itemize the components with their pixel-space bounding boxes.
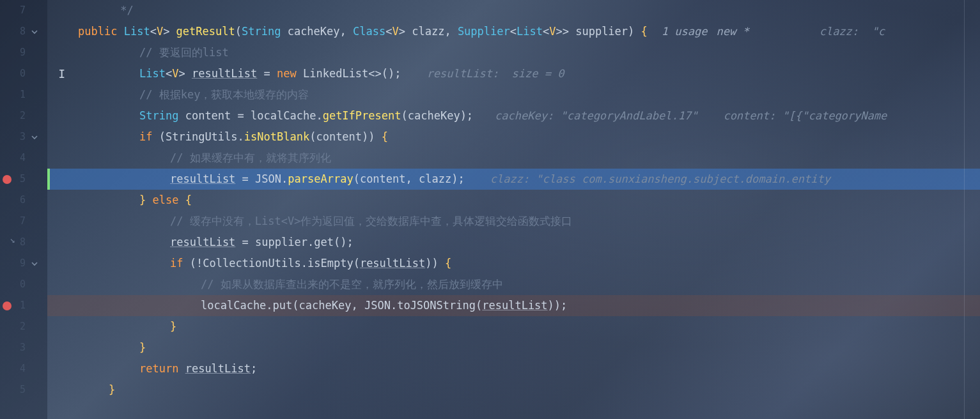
- fold-chevron-icon[interactable]: [31, 260, 38, 268]
- line-number: 4: [20, 358, 26, 379]
- type: String: [139, 105, 178, 126]
- gutter-line[interactable]: 2: [0, 105, 47, 126]
- keyword: else: [153, 190, 179, 211]
- param: cacheKey: [288, 21, 340, 42]
- arg: content: [316, 126, 362, 148]
- type-param: V: [392, 21, 398, 42]
- line-number: 5: [20, 379, 26, 400]
- arg: cacheKey: [408, 105, 460, 126]
- code-line[interactable]: localCache.put(cacheKey, JSON.toJSONStri…: [47, 295, 980, 316]
- inlay-hint: resultList: size = 0: [427, 63, 564, 84]
- line-number: 1: [20, 295, 26, 316]
- line-number: 9: [20, 253, 26, 274]
- method-call: put: [273, 295, 293, 316]
- identifier: localCache: [201, 295, 266, 316]
- type-param: V: [549, 21, 556, 42]
- breakpoint-icon[interactable]: [3, 301, 12, 310]
- arg: resultList: [482, 295, 547, 316]
- class-ref: StringUtils: [166, 126, 238, 148]
- param: clazz: [412, 21, 444, 42]
- fold-chevron-icon[interactable]: [31, 133, 38, 141]
- keyword: if: [139, 126, 152, 148]
- variable: resultList: [170, 232, 235, 253]
- line-number: 0: [20, 63, 26, 84]
- gutter-line[interactable]: 1: [0, 84, 47, 105]
- code-line[interactable]: if (!CollectionUtils.isEmpty(resultList)…: [47, 253, 980, 274]
- code-line[interactable]: // 要返回的list: [47, 42, 980, 63]
- keyword: if: [170, 253, 183, 274]
- class-ref: JSON: [364, 295, 391, 316]
- line-number: 5: [20, 169, 26, 190]
- variable: resultList: [170, 169, 235, 190]
- type: List: [124, 21, 150, 42]
- line-number: 6: [20, 190, 26, 211]
- gutter-line[interactable]: 6: [0, 190, 47, 211]
- gutter-line[interactable]: 0: [0, 274, 47, 295]
- method-call: get: [314, 232, 334, 253]
- code-line[interactable]: // 如果从数据库查出来的不是空，就序列化，然后放到缓存中: [47, 274, 980, 295]
- method-call: isEmpty: [307, 253, 354, 274]
- gutter-line[interactable]: 7: [0, 0, 47, 21]
- line-number: 0: [20, 274, 26, 295]
- code-line[interactable]: // 缓存中没有，List<V>作为返回值，交给数据库中查，具体逻辑交给函数式接…: [47, 211, 980, 232]
- gutter-line[interactable]: 9: [0, 253, 47, 274]
- type: String: [242, 21, 281, 42]
- gutter-line[interactable]: 5: [0, 379, 47, 400]
- gutter-line[interactable]: 7: [0, 211, 47, 232]
- code-line[interactable]: */: [47, 0, 980, 21]
- gutter-line[interactable]: 3: [0, 126, 47, 148]
- inlay-hint: clazz: "class com.sunxiansheng.subject.d…: [490, 169, 830, 190]
- code-line[interactable]: // 如果缓存中有，就将其序列化: [47, 148, 980, 169]
- gutter-line[interactable]: 1: [0, 295, 47, 316]
- type: List: [517, 21, 543, 42]
- breakpoint-icon[interactable]: [3, 175, 12, 184]
- code-line-current[interactable]: resultList = JSON.parseArray(content, cl…: [47, 169, 980, 190]
- gutter-line[interactable]: 8: [0, 21, 47, 42]
- line-number: 3: [20, 337, 26, 358]
- code-line[interactable]: if (StringUtils.isNotBlank(content)) {: [47, 126, 980, 148]
- variable: content: [185, 105, 231, 126]
- param: supplier: [575, 21, 628, 42]
- code-area[interactable]: */ public List<V> getResult( String cach…: [47, 0, 980, 419]
- step-into-icon: ↘: [10, 229, 15, 250]
- gutter-line[interactable]: 0I: [0, 63, 47, 84]
- gutter-line[interactable]: 4: [0, 358, 47, 379]
- usage-hint[interactable]: 1 usage: [662, 21, 708, 42]
- method-name: getResult: [176, 21, 235, 42]
- class-ref: JSON: [255, 169, 281, 190]
- code-line[interactable]: // 根据key，获取本地缓存的内容: [47, 84, 980, 105]
- type: Class: [353, 21, 385, 42]
- code-editor[interactable]: 7890I12345678↘9012345 */ public List<V> …: [0, 0, 980, 419]
- line-number: 9: [20, 42, 26, 63]
- line-number: 8: [20, 232, 26, 253]
- line-number: 8: [20, 21, 26, 42]
- method-call: getIfPresent: [323, 105, 401, 126]
- code-line[interactable]: public List<V> getResult( String cacheKe…: [47, 21, 980, 42]
- code-line[interactable]: } else {: [47, 190, 980, 211]
- comment: // 如果从数据库查出来的不是空，就序列化，然后放到缓存中: [201, 274, 503, 295]
- type: List: [139, 63, 166, 84]
- code-line[interactable]: }: [47, 379, 980, 400]
- code-line[interactable]: List<V> resultList = new LinkedList<>();…: [47, 63, 980, 84]
- gutter-line[interactable]: 8↘: [0, 232, 47, 253]
- type-param: V: [172, 63, 178, 84]
- variable: resultList: [185, 358, 251, 379]
- code-line[interactable]: resultList = supplier.get();: [47, 232, 980, 253]
- gutter-line[interactable]: 5: [0, 169, 47, 190]
- code-line[interactable]: }: [47, 337, 980, 358]
- vcs-hint[interactable]: new *: [716, 21, 749, 42]
- code-line[interactable]: return resultList;: [47, 358, 980, 379]
- gutter-line[interactable]: 4: [0, 148, 47, 169]
- code-line[interactable]: String content = localCache.getIfPresent…: [47, 105, 980, 126]
- comment: // 根据key，获取本地缓存的内容: [139, 84, 309, 105]
- line-number: 7: [20, 0, 26, 21]
- code-line[interactable]: }: [47, 316, 980, 337]
- arg: cacheKey: [299, 295, 352, 316]
- fold-chevron-icon[interactable]: [31, 28, 38, 36]
- line-number: 1: [20, 84, 26, 105]
- comment: */: [114, 0, 134, 21]
- comment: // 要返回的list: [139, 42, 229, 63]
- gutter-line[interactable]: 3: [0, 337, 47, 358]
- gutter-line[interactable]: 9: [0, 42, 47, 63]
- gutter-line[interactable]: 2: [0, 316, 47, 337]
